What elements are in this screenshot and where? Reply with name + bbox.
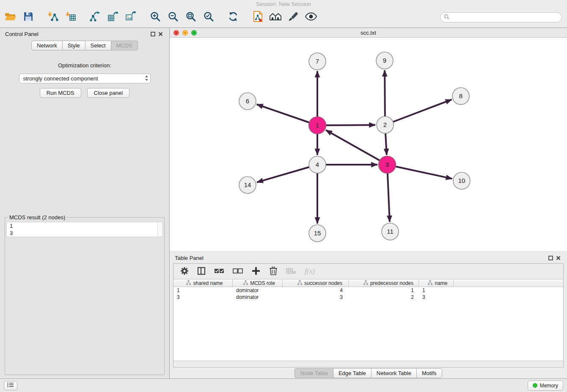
export-table-button[interactable] bbox=[104, 9, 122, 25]
graph-node-15[interactable]: 15 bbox=[309, 225, 326, 242]
zoom-fit-button[interactable] bbox=[182, 9, 200, 25]
tab-network-table[interactable]: Network Table bbox=[371, 368, 417, 378]
maximize-window-button[interactable] bbox=[191, 30, 197, 36]
graph-node-label: 6 bbox=[246, 97, 249, 105]
close-panel-button[interactable]: Close panel bbox=[87, 88, 130, 98]
criterion-select[interactable]: strongly connected component bbox=[19, 74, 151, 83]
table-settings-button[interactable] bbox=[180, 265, 189, 278]
graph-node-11[interactable]: 11 bbox=[382, 223, 399, 240]
tab-select[interactable]: Select bbox=[85, 41, 111, 50]
close-window-button[interactable] bbox=[173, 30, 179, 36]
graph-edge-2-8[interactable] bbox=[385, 99, 451, 125]
zoom-in-icon bbox=[150, 11, 161, 23]
function-builder-button-disabled[interactable]: f(x) bbox=[305, 265, 315, 278]
import-table-icon bbox=[65, 11, 76, 23]
column-header-successor-nodes[interactable]: successor nodes bbox=[283, 279, 349, 287]
graph-node-14[interactable]: 14 bbox=[239, 177, 256, 193]
cell-successor-nodes[interactable]: 4 bbox=[283, 287, 349, 294]
graph-edge-1-6[interactable] bbox=[257, 105, 317, 125]
column-header-shared-name[interactable]: shared name bbox=[173, 279, 233, 287]
cell-successor-nodes[interactable]: 3 bbox=[283, 294, 349, 301]
select-all-columns-button[interactable] bbox=[214, 265, 224, 278]
graph-node-7[interactable]: 7 bbox=[309, 53, 326, 70]
tab-motifs[interactable]: Motifs bbox=[416, 368, 442, 378]
tab-node-table[interactable]: Node Table bbox=[295, 368, 333, 378]
add-column-button[interactable] bbox=[251, 265, 261, 278]
save-session-button[interactable] bbox=[19, 9, 37, 25]
result-scrollbar[interactable] bbox=[157, 222, 162, 237]
graph-node-9[interactable]: 9 bbox=[376, 52, 393, 69]
control-panel-header: Control Panel bbox=[0, 28, 169, 40]
show-columns-button[interactable] bbox=[197, 265, 206, 278]
first-neighbors-button[interactable] bbox=[267, 9, 284, 25]
delete-column-button[interactable] bbox=[269, 265, 278, 278]
search-input[interactable] bbox=[451, 14, 558, 20]
cell-predecessor-nodes[interactable]: 1 bbox=[349, 287, 419, 294]
cell-name[interactable]: 1 bbox=[419, 287, 454, 294]
criterion-selected-value: strongly connected component bbox=[23, 75, 145, 82]
table-row[interactable]: 3 dominator 3 2 3 bbox=[173, 294, 563, 301]
graph-edge-4-14[interactable] bbox=[257, 165, 317, 182]
cell-mcds-role[interactable]: dominator bbox=[233, 287, 283, 294]
graph-edge-3-1[interactable] bbox=[326, 130, 387, 165]
table-panel-close-button[interactable] bbox=[554, 254, 562, 262]
zoom-in-button[interactable] bbox=[146, 9, 164, 25]
graph-node-10[interactable]: 10 bbox=[453, 172, 470, 189]
graph-node-8[interactable]: 8 bbox=[452, 88, 469, 105]
tab-edge-table[interactable]: Edge Table bbox=[333, 368, 372, 378]
table-tabs: Node Table Edge Table Network Table Moti… bbox=[170, 367, 567, 378]
cell-shared-name[interactable]: 1 bbox=[173, 287, 233, 294]
tab-network[interactable]: Network bbox=[31, 41, 63, 50]
memory-status-dot bbox=[533, 383, 537, 388]
mcds-result-list[interactable]: 1 3 bbox=[6, 222, 163, 237]
duplicate-network-button[interactable] bbox=[249, 9, 267, 25]
floppy-disk-icon bbox=[23, 11, 33, 23]
import-table-button[interactable] bbox=[62, 9, 80, 25]
network-canvas[interactable]: 7968124314101511 bbox=[170, 38, 567, 251]
delete-table-button-disabled[interactable] bbox=[286, 265, 296, 278]
minimize-window-button[interactable] bbox=[182, 30, 188, 36]
network-graph[interactable]: 7968124314101511 bbox=[170, 38, 567, 249]
cell-name[interactable]: 3 bbox=[419, 294, 454, 301]
sort-icon bbox=[428, 280, 432, 286]
control-panel-close-button[interactable] bbox=[157, 30, 164, 38]
graph-node-3[interactable]: 3 bbox=[379, 156, 396, 173]
import-network-button[interactable] bbox=[44, 9, 62, 25]
export-image-button[interactable] bbox=[122, 9, 140, 25]
cell-predecessor-nodes[interactable]: 2 bbox=[349, 294, 419, 301]
column-header-name[interactable]: name bbox=[419, 279, 454, 287]
graph-node-label: 1 bbox=[316, 121, 319, 129]
style-button[interactable] bbox=[284, 9, 302, 25]
zoom-out-button[interactable] bbox=[164, 9, 182, 25]
cell-shared-name[interactable]: 3 bbox=[173, 294, 233, 301]
table-horizontal-scrollbar[interactable] bbox=[173, 361, 563, 367]
tab-style[interactable]: Style bbox=[62, 41, 85, 50]
show-hide-button[interactable] bbox=[302, 9, 320, 25]
list-icon bbox=[7, 382, 14, 389]
graph-node-2[interactable]: 2 bbox=[377, 116, 394, 133]
open-session-button[interactable] bbox=[2, 9, 19, 25]
deselect-all-columns-button[interactable] bbox=[233, 265, 243, 278]
graph-node-label: 8 bbox=[459, 92, 462, 99]
graph-edge-3-10[interactable] bbox=[387, 165, 452, 179]
control-panel-float-button[interactable] bbox=[149, 30, 157, 38]
main-toolbar bbox=[0, 8, 567, 28]
graph-node-4[interactable]: 4 bbox=[309, 156, 326, 173]
run-mcds-button[interactable]: Run MCDS bbox=[40, 88, 81, 98]
search-field[interactable] bbox=[440, 12, 562, 22]
memory-button[interactable]: Memory bbox=[528, 381, 563, 391]
main-area: Control Panel Network Style Select MCDS … bbox=[0, 28, 567, 378]
column-header-predecessor-nodes[interactable]: predecessor nodes bbox=[349, 279, 419, 287]
apply-layout-button[interactable] bbox=[224, 9, 242, 25]
column-label: successor nodes bbox=[304, 280, 342, 286]
table-panel-float-button[interactable] bbox=[547, 254, 554, 262]
table-row[interactable]: 1 dominator 4 1 1 bbox=[173, 287, 563, 294]
cell-mcds-role[interactable]: dominator bbox=[233, 294, 283, 301]
graph-node-1[interactable]: 1 bbox=[309, 117, 326, 134]
graph-node-6[interactable]: 6 bbox=[239, 93, 256, 110]
column-header-mcds-role[interactable]: MCDS role bbox=[233, 279, 283, 287]
export-network-button[interactable] bbox=[86, 9, 104, 25]
tab-mcds[interactable]: MCDS bbox=[111, 41, 138, 50]
zoom-selected-button[interactable] bbox=[200, 9, 217, 25]
task-history-button[interactable] bbox=[4, 381, 17, 390]
